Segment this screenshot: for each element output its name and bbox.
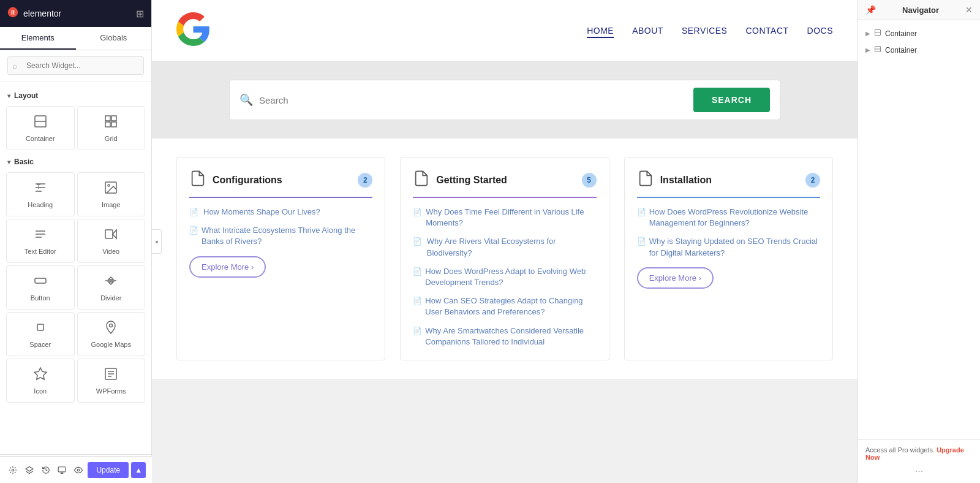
- container-label: Container: [26, 135, 55, 142]
- container-nav-icon-1: [874, 29, 881, 38]
- doc-icon: 📄: [413, 327, 420, 335]
- widget-image[interactable]: Image: [77, 172, 146, 216]
- widget-divider[interactable]: Divider: [77, 265, 146, 310]
- nav-item-label-1: Container: [885, 29, 917, 38]
- nav-about[interactable]: ABOUT: [632, 26, 663, 36]
- widget-grid[interactable]: Grid: [77, 106, 146, 150]
- navigator-header: 📌 Navigator ✕: [858, 0, 980, 20]
- nav-item-label-2: Container: [885, 46, 917, 55]
- doc-icon: 📄: [413, 267, 420, 276]
- divider-icon: [104, 273, 118, 291]
- history-toolbar-btn[interactable]: [39, 460, 53, 480]
- gs-item-5[interactable]: Why Are Smartwatches Considered Versatil…: [425, 325, 596, 348]
- tab-elements[interactable]: Elements: [0, 27, 76, 50]
- list-item: 📄 Why Are Rivers Vital Ecosystems for Bi…: [413, 236, 596, 258]
- basic-widgets-grid: T Heading Image Text Editor: [0, 170, 151, 405]
- svg-marker-21: [34, 368, 47, 379]
- gs-item-1[interactable]: Why Does Time Feel Different in Various …: [426, 207, 596, 229]
- doc-icon: 📄: [189, 208, 198, 216]
- widget-google-maps[interactable]: Google Maps: [77, 312, 146, 356]
- config-explore-btn[interactable]: Explore More ›: [189, 256, 266, 278]
- navigator-item-container-2[interactable]: ▶ Container: [858, 42, 980, 58]
- getting-started-count: 5: [582, 173, 597, 188]
- main-content: ◂ HOME ABOUT SERVICES CONTACT DOCS 🔍 SEA…: [152, 0, 858, 483]
- svg-text:T: T: [37, 184, 40, 191]
- doc-icon: 📄: [637, 208, 644, 216]
- widget-heading[interactable]: T Heading: [6, 172, 75, 216]
- svg-point-9: [108, 184, 110, 186]
- config-icon: [189, 170, 206, 191]
- install-item-1[interactable]: How Does WordPress Revolutionize Website…: [649, 207, 820, 229]
- grid-label: Grid: [105, 135, 118, 142]
- navigator-item-container-1[interactable]: ▶ Container: [858, 25, 980, 42]
- update-button[interactable]: Update: [88, 462, 129, 478]
- layers-toolbar-btn[interactable]: [23, 460, 37, 480]
- search-button[interactable]: SEARCH: [693, 88, 770, 112]
- getting-started-name: Getting Started: [436, 175, 507, 186]
- widget-container[interactable]: Container: [6, 106, 75, 150]
- site-search-input[interactable]: [259, 95, 687, 105]
- nav-docs[interactable]: DOCS: [807, 26, 833, 36]
- widget-video[interactable]: Video: [77, 219, 146, 263]
- nav-links: HOME ABOUT SERVICES CONTACT DOCS: [587, 25, 833, 36]
- heading-label: Heading: [28, 201, 53, 208]
- sidebar-logo: elementor: [7, 7, 61, 21]
- installation-items: 📄 How Does WordPress Revolutionize Websi…: [637, 207, 820, 259]
- chevron-up-button[interactable]: ▲: [131, 462, 146, 478]
- grid-widget-icon: [104, 114, 118, 131]
- wpforms-label: WPForms: [96, 387, 126, 395]
- category-card-getting-started: Getting Started 5 📄 Why Does Time Feel D…: [400, 157, 609, 360]
- widget-button[interactable]: Button: [6, 265, 75, 310]
- preview-toolbar-btn[interactable]: [72, 460, 86, 480]
- widget-wpforms[interactable]: WPForms: [77, 359, 146, 403]
- settings-toolbar-btn[interactable]: [6, 460, 20, 480]
- list-item: 📄 How Moments Shape Our Lives?: [189, 207, 372, 218]
- divider-label: Divider: [100, 294, 121, 302]
- responsive-toolbar-btn[interactable]: [55, 460, 69, 480]
- doc-icon: 📄: [413, 208, 421, 216]
- elementor-title: elementor: [23, 9, 61, 18]
- site-navigation: HOME ABOUT SERVICES CONTACT DOCS: [152, 0, 858, 61]
- heading-icon: T: [33, 180, 48, 197]
- nav-services[interactable]: SERVICES: [682, 26, 728, 36]
- icon-label: Icon: [34, 387, 47, 395]
- search-bar: 🔍 SEARCH: [229, 80, 780, 120]
- doc-icon: 📄: [189, 226, 197, 235]
- navigator-close-btn[interactable]: ✕: [965, 5, 973, 15]
- categories-section: Configurations 2 📄 How Moments Shape Our…: [152, 139, 858, 379]
- install-item-2[interactable]: Why is Staying Updated on SEO Trends Cru…: [649, 236, 820, 258]
- wpforms-icon: [104, 367, 118, 384]
- icon-icon: [33, 367, 48, 384]
- basic-section-title[interactable]: Basic: [0, 153, 151, 170]
- installation-explore-btn[interactable]: Explore More ›: [637, 267, 714, 289]
- maps-label: Google Maps: [91, 341, 131, 348]
- nav-home[interactable]: HOME: [587, 26, 614, 38]
- sidebar-content: Layout Container Grid Basic: [0, 82, 151, 454]
- search-widget-input[interactable]: [7, 56, 144, 75]
- svg-point-26: [12, 469, 15, 471]
- doc-icon: 📄: [413, 297, 420, 305]
- container-icon: [33, 114, 48, 131]
- tab-globals[interactable]: Globals: [76, 27, 152, 50]
- button-label: Button: [31, 294, 50, 302]
- list-item: 📄 Why Does Time Feel Different in Variou…: [413, 207, 596, 229]
- text-editor-label: Text Editor: [24, 248, 56, 255]
- category-card-config: Configurations 2 📄 How Moments Shape Our…: [176, 157, 385, 360]
- gs-item-2[interactable]: Why Are Rivers Vital Ecosystems for Biod…: [427, 236, 597, 258]
- widget-spacer[interactable]: Spacer: [6, 312, 75, 356]
- svg-rect-19: [37, 324, 43, 330]
- config-item-2[interactable]: What Intricate Ecosystems Thrive Along t…: [202, 225, 372, 247]
- widget-text-editor[interactable]: Text Editor: [6, 219, 75, 263]
- grid-icon[interactable]: ⊞: [136, 8, 144, 20]
- widget-icon[interactable]: Icon: [6, 359, 75, 403]
- list-item: 📄 Why Are Smartwatches Considered Versat…: [413, 325, 596, 348]
- layout-section-title[interactable]: Layout: [0, 86, 151, 104]
- gs-item-3[interactable]: How Does WordPress Adapt to Evolving Web…: [425, 266, 596, 288]
- installation-name: Installation: [660, 175, 712, 186]
- video-label: Video: [102, 248, 119, 255]
- gs-item-4[interactable]: How Can SEO Strategies Adapt to Changing…: [425, 295, 596, 318]
- config-item-1[interactable]: How Moments Shape Our Lives?: [203, 207, 320, 218]
- nav-contact[interactable]: CONTACT: [745, 26, 788, 36]
- navigator-panel: 📌 Navigator ✕ ▶ Container ▶ Container Ac…: [858, 0, 980, 483]
- collapse-sidebar-btn[interactable]: ◂: [152, 229, 162, 254]
